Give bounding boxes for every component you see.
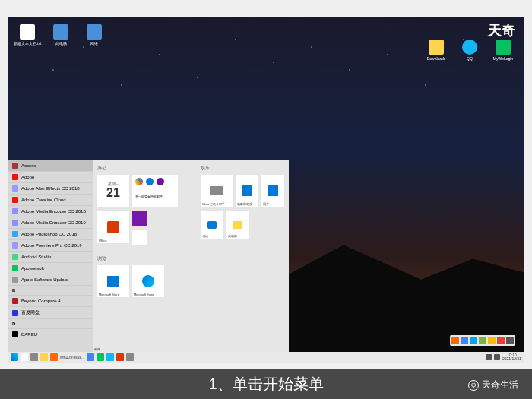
taskview-button[interactable] bbox=[30, 353, 38, 361]
app-item-adobe[interactable]: Adobe bbox=[8, 172, 93, 183]
section-browse: 浏览 bbox=[97, 255, 284, 262]
tile-pictures[interactable]: 此电脑 bbox=[226, 211, 249, 239]
app-item-ae[interactable]: Adobe After Effects CC 2018 bbox=[8, 183, 93, 195]
tb-app[interactable] bbox=[50, 353, 58, 361]
tile-movies[interactable]: 电影和电视 bbox=[236, 175, 258, 207]
movies-icon bbox=[242, 185, 252, 196]
tray-icon[interactable] bbox=[497, 337, 505, 344]
tray-icon[interactable] bbox=[506, 337, 514, 344]
tb-window-title[interactable]: win10怎样软... bbox=[60, 355, 84, 359]
tray-vol-icon[interactable] bbox=[494, 354, 500, 360]
app-item-ps[interactable]: Adobe Photoshop CC 2018 bbox=[8, 229, 93, 240]
tb-app6[interactable] bbox=[126, 353, 134, 361]
desktop-icon-textfile[interactable]: 新建文本文档.txt bbox=[15, 24, 40, 46]
tray-net-icon[interactable] bbox=[486, 354, 492, 360]
tile-area: 办公 星期一 21 在一处查看所有邮件 邮件 bbox=[93, 160, 289, 352]
taskbar[interactable]: win10怎样软... 10:10 2021/12/21 bbox=[8, 352, 524, 363]
desktop-icons-left: 新建文本文档.txt 此电脑 网络 bbox=[15, 24, 106, 46]
store-icon bbox=[107, 276, 119, 287]
yahoo-icon bbox=[157, 178, 164, 185]
search-button[interactable] bbox=[21, 353, 28, 361]
desktop-screen: 天奇 新建文本文档.txt 此电脑 网络 Downloads QQ MyWeLo… bbox=[8, 17, 524, 363]
tray-sogou-icon[interactable] bbox=[451, 337, 459, 344]
start-button[interactable] bbox=[11, 353, 18, 361]
tile-small[interactable] bbox=[132, 230, 147, 245]
watermark-bottom: Q 天奇生活 bbox=[468, 378, 518, 391]
app-list[interactable]: Access Adobe Adobe After Effects CC 2018… bbox=[8, 160, 93, 352]
desktop-icon-qq[interactable]: QQ bbox=[458, 40, 482, 61]
tile-onenote[interactable] bbox=[132, 211, 147, 226]
app-item-baidu[interactable]: 百度网盘 bbox=[8, 307, 93, 319]
taskbar-clock[interactable]: 10:10 2021/12/21 bbox=[502, 353, 521, 362]
edge-icon bbox=[142, 275, 154, 287]
desktop-icon-mywe[interactable]: MyWeLogin bbox=[491, 40, 515, 61]
app-item-dareu[interactable]: DAREU bbox=[8, 329, 93, 340]
app-item-ame19[interactable]: Adobe Media Encoder CC 2019 bbox=[8, 217, 93, 229]
tile-photos[interactable]: 照片 bbox=[261, 175, 284, 207]
office-icon bbox=[107, 221, 119, 233]
google-icon bbox=[135, 178, 143, 185]
xbox-icon bbox=[210, 186, 223, 195]
tile-camera[interactable]: 相机 bbox=[201, 211, 223, 239]
tile-edge[interactable]: Microsoft Edge bbox=[132, 265, 164, 297]
photos-icon bbox=[268, 185, 278, 196]
tb-app4[interactable] bbox=[106, 353, 114, 361]
app-letter-b: B bbox=[8, 286, 93, 296]
tray-icon[interactable] bbox=[488, 337, 496, 344]
app-item-apple[interactable]: Apple Software Update bbox=[8, 274, 93, 286]
tile-store[interactable]: Microsoft Store bbox=[97, 265, 129, 297]
cloud-icon bbox=[146, 178, 154, 185]
app-item-beyond[interactable]: Beyond Compare 4 bbox=[8, 296, 93, 307]
camera-icon bbox=[207, 221, 217, 229]
tray-icon[interactable] bbox=[461, 337, 468, 344]
tray-icon[interactable] bbox=[479, 337, 486, 344]
folder-icon bbox=[233, 221, 242, 229]
app-item-android[interactable]: Android Studio bbox=[8, 252, 93, 263]
app-item-ame18[interactable]: Adobe Media Encoder CC 2018 bbox=[8, 206, 93, 217]
desktop-icon-network[interactable]: 网络 bbox=[82, 24, 106, 46]
app-item-access[interactable]: Access bbox=[8, 160, 93, 172]
tb-app2[interactable] bbox=[87, 353, 94, 361]
app-letter-d: D bbox=[8, 319, 93, 329]
app-item-pr[interactable]: Adobe Premiere Pro CC 2019 bbox=[8, 240, 93, 252]
floating-systray[interactable] bbox=[450, 335, 515, 346]
app-item-apower[interactable]: Apowersoft bbox=[8, 263, 93, 274]
instruction-caption: 1、单击开始菜单 bbox=[0, 369, 532, 399]
watermark-logo-icon: Q bbox=[468, 380, 479, 391]
tile-calendar[interactable]: 星期一 21 bbox=[97, 175, 129, 207]
tray-icon[interactable] bbox=[470, 337, 477, 344]
tb-explorer[interactable] bbox=[40, 353, 48, 361]
tb-app3[interactable] bbox=[97, 353, 104, 361]
tb-app5[interactable] bbox=[116, 353, 124, 361]
desktop-icon-downloads[interactable]: Downloads bbox=[424, 40, 448, 61]
tile-office[interactable]: Office bbox=[97, 211, 129, 243]
desktop-icon-thispc[interactable]: 此电脑 bbox=[49, 24, 73, 46]
section-entertainment: 娱乐 bbox=[201, 165, 284, 172]
monitor-frame: 天奇 新建文本文档.txt 此电脑 网络 Downloads QQ MyWeLo… bbox=[0, 0, 532, 399]
section-productivity: 办公 bbox=[97, 165, 178, 172]
desktop-icons-right: Downloads QQ MyWeLogin bbox=[424, 40, 515, 61]
app-item-cc[interactable]: Adobe Creative Cloud bbox=[8, 195, 93, 206]
start-menu: Access Adobe Adobe After Effects CC 2018… bbox=[8, 160, 289, 352]
tile-xbox[interactable]: Xbox 主机小帮手 bbox=[201, 175, 233, 207]
tile-mail-group[interactable]: 在一处查看所有邮件 邮件 bbox=[132, 175, 178, 207]
watermark-top: 天奇 bbox=[488, 21, 515, 40]
